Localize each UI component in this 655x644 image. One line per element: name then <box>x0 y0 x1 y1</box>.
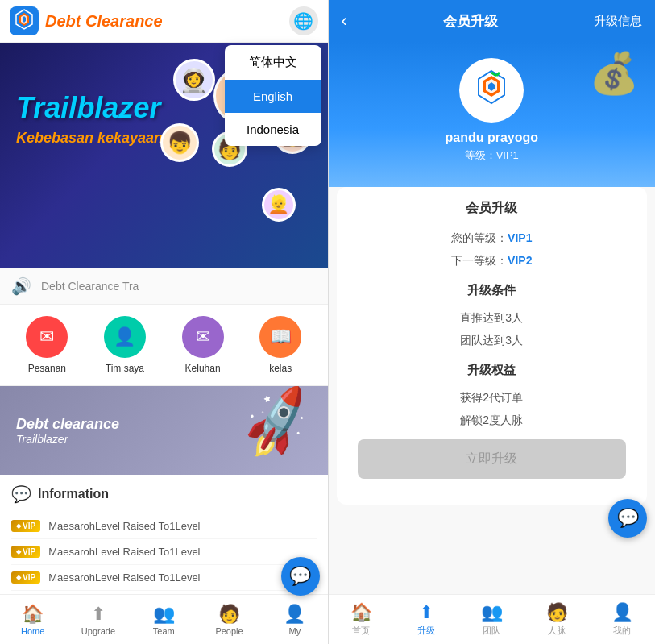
nav-upgrade[interactable]: ⬆ Upgrade <box>65 595 131 644</box>
upgrade-button[interactable]: 立即升级 <box>358 439 627 479</box>
right-people-label: 人脉 <box>548 625 566 637</box>
promo-text: Debt clearance Trailblazer <box>16 416 119 446</box>
pesanan-icon: ✉ <box>26 316 68 358</box>
globe-button[interactable]: 🌐 <box>289 6 318 35</box>
support-float-button[interactable]: 💬 <box>281 557 320 596</box>
lang-option-indonesia[interactable]: Indonesia <box>225 113 321 146</box>
right-people-icon: 🧑 <box>546 602 568 623</box>
info-text-0: MaesarohLevel Raised To1Level <box>48 520 200 532</box>
icon-tim-saya[interactable]: 👤 Tim saya <box>104 316 146 374</box>
kelas-icon: 📖 <box>259 316 301 358</box>
sound-text: Debt Clearance Tra <box>41 280 139 293</box>
right-my-label: 我的 <box>613 625 631 637</box>
lang-option-english[interactable]: English <box>225 80 321 113</box>
lang-option-chinese[interactable]: 简体中文 <box>225 45 321 80</box>
back-button[interactable]: ‹ <box>342 10 347 31</box>
my-label: My <box>289 626 301 636</box>
right-home-icon: 🏠 <box>350 602 372 623</box>
bottom-nav-left: 🏠 Home ⬆ Upgrade 👥 Team 🧑 People 👤 My <box>0 594 328 644</box>
upgrade-card: 会员升级 您的等级：VIP1 下一等级：VIP2 升级条件 直推达到3人 团队达… <box>337 187 648 505</box>
support-float-right[interactable]: 💬 <box>608 499 647 538</box>
avatar-5: 👱 <box>262 188 296 222</box>
language-dropdown: 简体中文 English Indonesia <box>225 45 321 146</box>
sound-icon: 🔊 <box>11 276 31 296</box>
icon-kelas[interactable]: 📖 kelas <box>259 316 301 374</box>
home-icon: 🏠 <box>22 604 44 625</box>
nav-team[interactable]: 👥 Team <box>131 595 197 644</box>
rocket-icon: 🚀 <box>234 386 318 464</box>
nav-home[interactable]: 🏠 Home <box>0 595 65 644</box>
nav-people[interactable]: 🧑 People <box>197 595 262 644</box>
tim-saya-label: Tim saya <box>106 363 144 374</box>
keluhan-icon: ✉ <box>182 316 224 358</box>
profile-decoration: 💰 <box>589 50 639 97</box>
info-icon: 💬 <box>11 484 31 504</box>
benefit-title: 升级权益 <box>350 363 635 378</box>
right-team-label: 团队 <box>483 625 500 637</box>
people-icon: 🧑 <box>218 604 240 625</box>
profile-name: pandu prayogo <box>445 131 538 145</box>
upgrade-icon: ⬆ <box>91 604 106 625</box>
right-upgrade-label: 升级 <box>417 625 435 637</box>
app-logo <box>10 6 39 35</box>
upgrade-label: Upgrade <box>81 626 115 636</box>
benefit-1: 获得2代订单 <box>350 386 635 409</box>
right-nav-home[interactable]: 🏠 首页 <box>329 595 394 644</box>
right-title: 会员升级 <box>443 12 498 31</box>
info-header: 💬 Information <box>11 484 317 504</box>
upgrade-section-title: 会员升级 <box>350 200 635 217</box>
profile-avatar <box>459 58 524 123</box>
team-icon: 👥 <box>153 604 175 625</box>
tim-saya-icon: 👤 <box>104 316 146 358</box>
info-text-2: MaesarohLevel Raised To1Level <box>48 571 200 584</box>
pesanan-label: Pesanan <box>28 363 66 374</box>
right-home-label: 首页 <box>352 625 370 637</box>
right-header: ‹ 会员升级 升级信息 <box>329 0 656 42</box>
level-info: 您的等级：VIP1 下一等级：VIP2 <box>350 226 635 272</box>
brand-title: Debt Clearance <box>45 12 289 31</box>
promo-line1: Debt clearance <box>16 416 119 433</box>
banner-subtitle: Kebebasan kekayaan <box>16 130 163 147</box>
info-item-2: VIP MaesarohLevel Raised To1Level <box>11 565 317 591</box>
info-section: 💬 Information VIP MaesarohLevel Raised T… <box>0 475 328 594</box>
next-level: 下一等级：VIP2 <box>350 249 635 272</box>
info-item-0: VIP MaesarohLevel Raised To1Level <box>11 513 317 539</box>
benefit-text: 获得2代订单 解锁2度人脉 <box>350 386 635 431</box>
promo-banner: Debt clearance Trailblazer 🚀 <box>0 386 328 475</box>
condition-1: 直推达到3人 <box>350 306 635 329</box>
avatar-4: 👦 <box>160 123 199 162</box>
team-label: Team <box>153 626 175 636</box>
icons-row: ✉ Pesanan 👤 Tim saya ✉ Keluhan 📖 kelas <box>0 305 328 386</box>
upgrade-info-button[interactable]: 升级信息 <box>594 14 642 29</box>
right-nav-my[interactable]: 👤 我的 <box>590 595 655 644</box>
vip-badge-0: VIP <box>11 520 40 532</box>
icon-keluhan[interactable]: ✉ Keluhan <box>182 316 224 374</box>
left-panel: Debt Clearance 🌐 简体中文 English Indonesia … <box>0 0 328 644</box>
profile-level: 等级：VIP1 <box>465 148 519 163</box>
right-panel: ‹ 会员升级 升级信息 pandu prayogo 等级：VIP1 💰 会员升级 <box>329 0 656 644</box>
sound-bar: 🔊 Debt Clearance Tra <box>0 268 328 305</box>
home-label: Home <box>21 626 44 636</box>
right-nav-people[interactable]: 🧑 人脉 <box>524 595 590 644</box>
profile-section: pandu prayogo 等级：VIP1 💰 <box>329 42 656 187</box>
info-text-1: MaesarohLevel Raised To1Level <box>48 546 200 558</box>
right-nav-upgrade[interactable]: ⬆ 升级 <box>394 595 459 644</box>
nav-my[interactable]: 👤 My <box>262 595 327 644</box>
avatar-1: 👩‍🚀 <box>173 59 215 101</box>
right-nav-team[interactable]: 👥 团队 <box>459 595 524 644</box>
condition-2: 团队达到3人 <box>350 329 635 351</box>
kelas-label: kelas <box>269 363 292 374</box>
keluhan-label: Keluhan <box>185 363 221 374</box>
info-title: Information <box>38 487 109 501</box>
left-header: Debt Clearance 🌐 <box>0 0 328 43</box>
icon-pesanan[interactable]: ✉ Pesanan <box>26 316 68 374</box>
my-icon: 👤 <box>284 604 305 625</box>
benefit-2: 解锁2度人脉 <box>350 409 635 431</box>
vip-badge-1: VIP <box>11 546 40 558</box>
banner-title: Trailblazer <box>16 91 160 125</box>
bottom-nav-right: 🏠 首页 ⬆ 升级 👥 团队 🧑 人脉 👤 我的 <box>329 594 656 644</box>
condition-text: 直推达到3人 团队达到3人 <box>350 306 635 351</box>
right-content: 会员升级 您的等级：VIP1 下一等级：VIP2 升级条件 直推达到3人 团队达… <box>329 187 656 594</box>
people-label: People <box>215 626 243 636</box>
condition-title: 升级条件 <box>350 283 635 298</box>
